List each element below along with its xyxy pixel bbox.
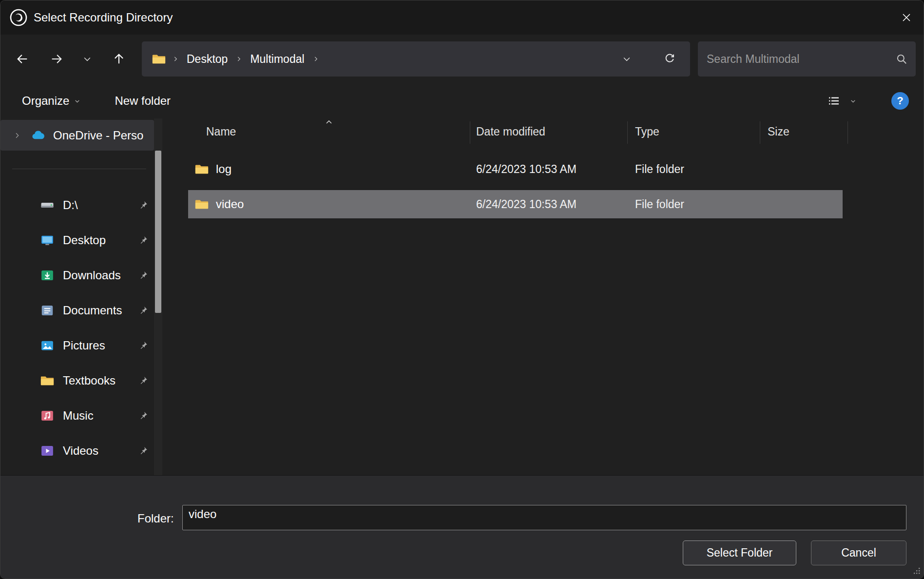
forward-button[interactable]: [46, 48, 67, 70]
scrollbar-thumb[interactable]: [155, 151, 161, 313]
column-separator[interactable]: [627, 121, 628, 144]
sidebar-item-videos[interactable]: Videos: [0, 433, 154, 468]
pin-icon: [138, 200, 148, 210]
folder-name-input[interactable]: [182, 505, 906, 530]
pin-icon: [138, 376, 148, 386]
refresh-button[interactable]: [659, 48, 680, 70]
search-box: [698, 41, 916, 77]
folder-icon: [194, 197, 209, 212]
file-list-header: Name Date modified Type Size: [162, 118, 924, 147]
pin-icon: [138, 446, 148, 456]
sidebar-item-desktop[interactable]: Desktop: [0, 223, 154, 258]
file-row-log[interactable]: log 6/24/2023 10:53 AM File folder: [188, 155, 843, 183]
sidebar-item-label: Videos: [63, 444, 98, 458]
forward-arrow-icon: [50, 52, 63, 66]
chevron-down-icon: [82, 54, 92, 64]
file-list: Name Date modified Type Size log 6/24/20…: [162, 118, 924, 475]
documents-icon: [39, 303, 55, 318]
pin-icon: [138, 235, 148, 245]
file-row-video-selected[interactable]: video 6/24/2023 10:53 AM File folder: [188, 190, 843, 218]
breadcrumb-desktop[interactable]: Desktop: [185, 50, 230, 69]
desktop-icon: [39, 232, 55, 248]
folder-field-label: Folder:: [137, 512, 174, 525]
pin-icon: [138, 270, 148, 280]
close-icon: [901, 12, 912, 23]
sidebar-item-music[interactable]: Music: [0, 398, 154, 433]
select-folder-button[interactable]: Select Folder: [683, 540, 796, 565]
search-input[interactable]: [707, 53, 895, 66]
change-view-button[interactable]: [826, 90, 842, 112]
titlebar: Select Recording Directory: [0, 0, 924, 35]
column-header-size[interactable]: Size: [768, 125, 789, 138]
new-folder-button[interactable]: New folder: [114, 90, 172, 112]
file-date-modified: 6/24/2023 10:53 AM: [476, 163, 577, 176]
sidebar-item-label: OneDrive - Perso: [53, 129, 143, 142]
cancel-button[interactable]: Cancel: [811, 540, 906, 565]
column-header-type[interactable]: Type: [635, 125, 659, 138]
sidebar-item-label: Desktop: [63, 233, 106, 247]
sidebar-item-downloads[interactable]: Downloads: [0, 258, 154, 293]
navigation-pane: OneDrive - Perso D:\: [0, 118, 154, 475]
back-arrow-icon: [16, 52, 29, 66]
obs-logo-icon: [8, 7, 29, 28]
file-name: log: [216, 162, 231, 176]
onedrive-cloud-icon: [31, 128, 46, 143]
sidebar-item-documents[interactable]: Documents: [0, 293, 154, 328]
help-label: ?: [897, 95, 903, 107]
downloads-icon: [39, 268, 55, 283]
sidebar-item-label: Textbooks: [63, 374, 116, 387]
up-button[interactable]: [108, 48, 130, 70]
column-header-date-modified[interactable]: Date modified: [476, 125, 545, 138]
breadcrumb-folder-icon: [152, 52, 166, 66]
window-title: Select Recording Directory: [34, 11, 173, 24]
pin-icon: [138, 306, 148, 315]
dialog-footer: Folder: Select Folder Cancel: [0, 475, 924, 579]
sidebar-item-label: Pictures: [63, 339, 105, 352]
music-icon: [39, 408, 55, 424]
column-separator[interactable]: [760, 121, 760, 144]
up-arrow-icon: [112, 52, 126, 66]
back-button[interactable]: [12, 48, 33, 70]
sidebar-item-label: D:\: [63, 198, 78, 212]
breadcrumb-multimodal[interactable]: Multimodal: [248, 50, 306, 69]
pictures-icon: [39, 338, 55, 353]
sidebar-item-label: Music: [63, 409, 94, 423]
drive-icon: [39, 197, 55, 213]
sidebar-item-onedrive[interactable]: OneDrive - Perso: [0, 120, 154, 151]
chevron-down-icon: [622, 54, 632, 64]
folder-icon: [194, 162, 209, 176]
command-toolbar: Organize New folder ?: [0, 83, 924, 118]
pin-icon: [138, 341, 148, 350]
refresh-icon: [663, 53, 676, 65]
sidebar-scrollbar[interactable]: [154, 118, 162, 475]
organize-button[interactable]: Organize: [21, 90, 81, 112]
chevron-down-icon: [850, 98, 856, 104]
sidebar-item-label: Downloads: [63, 269, 121, 282]
chevron-down-icon: [74, 98, 80, 104]
column-separator[interactable]: [847, 121, 848, 144]
toolbar-right-group: ?: [826, 90, 909, 112]
file-type: File folder: [635, 198, 684, 211]
chevron-right-icon[interactable]: [13, 132, 21, 139]
file-type: File folder: [635, 163, 684, 176]
content-area: OneDrive - Perso D:\: [0, 118, 924, 475]
new-folder-label: New folder: [115, 94, 171, 108]
select-recording-directory-dialog: Select Recording Directory: [0, 0, 924, 579]
sidebar-item-d-drive[interactable]: D:\: [0, 188, 154, 223]
pinned-items-list: D:\ Desktop: [0, 188, 154, 468]
folder-icon: [39, 373, 55, 388]
resize-grip-icon[interactable]: [912, 566, 921, 577]
breadcrumb-chevron-icon: [312, 56, 319, 62]
close-button[interactable]: [889, 0, 924, 35]
recent-locations-button[interactable]: [77, 48, 98, 70]
column-header-name[interactable]: Name: [206, 125, 236, 138]
address-bar[interactable]: Desktop Multimodal: [142, 41, 690, 77]
help-button[interactable]: ?: [891, 92, 909, 110]
sidebar-item-pictures[interactable]: Pictures: [0, 328, 154, 363]
view-options-dropdown-button[interactable]: [849, 94, 857, 108]
file-date-modified: 6/24/2023 10:53 AM: [476, 198, 577, 211]
column-separator[interactable]: [470, 121, 470, 144]
sidebar-item-textbooks[interactable]: Textbooks: [0, 363, 154, 398]
organize-label: Organize: [22, 94, 69, 108]
address-dropdown-button[interactable]: [616, 48, 637, 70]
